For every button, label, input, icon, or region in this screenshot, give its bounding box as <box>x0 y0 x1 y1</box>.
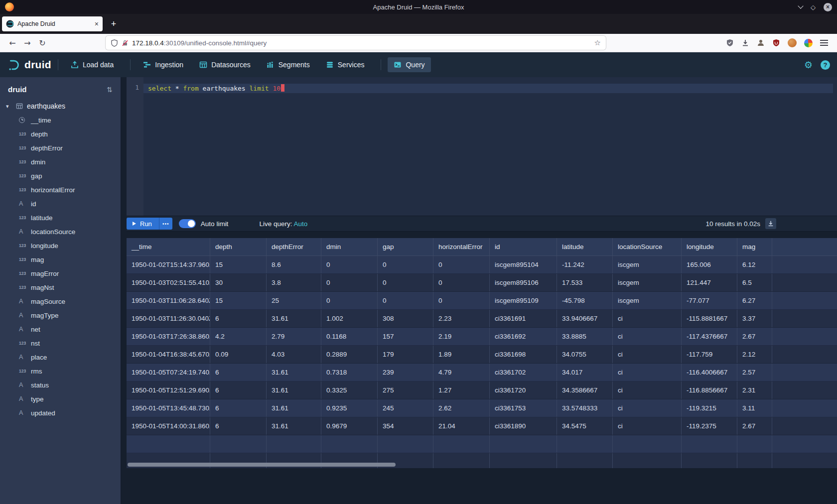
table-cell[interactable]: 0 <box>321 292 378 309</box>
column-item-gap[interactable]: 123 gap <box>0 169 121 183</box>
profile-avatar[interactable] <box>788 38 797 47</box>
table-cell[interactable]: 1.002 <box>321 310 378 327</box>
forward-button[interactable]: → <box>20 36 35 50</box>
table-cell[interactable]: 3.11 <box>737 399 772 417</box>
table-cell[interactable]: 3.8 <box>267 274 321 291</box>
table-cell[interactable]: 2.79 <box>267 328 321 345</box>
table-cell[interactable]: ci3361691 <box>490 310 557 327</box>
table-cell[interactable]: ci <box>613 364 682 381</box>
table-cell[interactable]: iscgem <box>613 292 682 309</box>
back-button[interactable]: ← <box>5 36 20 50</box>
table-cell[interactable]: 6 <box>210 310 267 327</box>
table-cell[interactable]: 157 <box>378 328 433 345</box>
table-cell[interactable]: 1950-01-03T11:06:28.640Z <box>127 292 210 309</box>
table-item-earthquakes[interactable]: ▾ earthquakes <box>0 99 121 113</box>
table-cell[interactable]: 0 <box>378 256 433 273</box>
table-cell[interactable]: -117.759 <box>682 346 737 363</box>
table-cell[interactable]: iscgem <box>613 274 682 291</box>
table-cell[interactable]: ci <box>613 310 682 327</box>
column-item-magError[interactable]: 123 magError <box>0 266 121 280</box>
browser-tab[interactable]: Apache Druid × <box>2 16 103 31</box>
table-cell[interactable]: 31.61 <box>267 310 321 327</box>
download-results-icon[interactable] <box>765 218 776 229</box>
table-cell[interactable]: 0.2889 <box>321 346 378 363</box>
insecure-lock-icon[interactable] <box>122 39 129 47</box>
close-window-button[interactable]: × <box>824 3 832 11</box>
table-cell[interactable]: 15 <box>210 256 267 273</box>
menu-icon[interactable] <box>820 40 828 41</box>
table-cell[interactable]: 2.57 <box>737 364 772 381</box>
table-cell[interactable]: 2.67 <box>737 417 772 435</box>
table-cell[interactable]: 0 <box>433 256 490 273</box>
table-cell[interactable]: 1950-01-05T12:51:29.690Z <box>127 381 210 399</box>
column-header-gap[interactable]: gap <box>378 238 433 255</box>
table-cell[interactable]: 6.12 <box>737 256 772 273</box>
column-item-depth[interactable]: 123 depth <box>0 127 121 141</box>
table-cell[interactable]: 2.19 <box>433 328 490 345</box>
table-cell[interactable]: 34.5475 <box>557 417 613 435</box>
table-cell[interactable]: iscgem895106 <box>490 274 557 291</box>
table-cell[interactable]: 1.27 <box>433 381 490 399</box>
table-cell[interactable]: -119.3215 <box>682 399 737 417</box>
table-cell[interactable]: 1950-01-04T16:38:45.670Z <box>127 346 210 363</box>
nav-item-services[interactable]: Services <box>320 57 371 72</box>
nav-item-ingestion[interactable]: Ingestion <box>137 57 189 72</box>
table-cell[interactable]: 33.5748333 <box>557 399 613 417</box>
reload-button[interactable]: ↻ <box>35 36 50 50</box>
run-more-button[interactable]: ••• <box>159 218 172 230</box>
table-cell[interactable]: 6 <box>210 381 267 399</box>
column-item-status[interactable]: A status <box>0 378 121 392</box>
table-cell[interactable]: 0.7318 <box>321 364 378 381</box>
table-row[interactable]: 1950-01-03T11:06:28.640Z1525000iscgem895… <box>127 292 837 310</box>
sort-columns-icon[interactable]: ⇅ <box>107 86 113 94</box>
table-row[interactable]: 1950-01-02T15:14:37.960Z158.6000iscgem89… <box>127 256 837 274</box>
table-cell[interactable]: 6.27 <box>737 292 772 309</box>
column-item-longitude[interactable]: 123 longitude <box>0 239 121 252</box>
column-item-dmin[interactable]: 123 dmin <box>0 155 121 169</box>
table-cell[interactable]: ci3361702 <box>490 364 557 381</box>
table-cell[interactable]: 6.5 <box>737 274 772 291</box>
table-row[interactable]: 1950-01-05T07:24:19.740Z631.610.73182394… <box>127 364 837 381</box>
table-cell[interactable]: -11.242 <box>557 256 613 273</box>
table-cell[interactable]: 0 <box>378 274 433 291</box>
column-item-net[interactable]: A net <box>0 322 121 336</box>
table-cell[interactable]: 31.61 <box>267 399 321 417</box>
table-cell[interactable]: ci <box>613 328 682 345</box>
column-header-depthError[interactable]: depthError <box>267 238 321 255</box>
nav-item-load-data[interactable]: Load data <box>65 57 120 72</box>
table-cell[interactable]: 354 <box>378 417 433 435</box>
column-header-locationSource[interactable]: locationSource <box>613 238 682 255</box>
maximize-button[interactable]: ◇ <box>811 3 816 11</box>
bookmark-star-icon[interactable]: ☆ <box>594 38 601 47</box>
table-cell[interactable]: -119.2375 <box>682 417 737 435</box>
table-cell[interactable]: 2.62 <box>433 399 490 417</box>
table-cell[interactable]: 0 <box>433 274 490 291</box>
table-row[interactable]: 1950-01-04T16:38:45.670Z0.094.030.288917… <box>127 346 837 364</box>
column-header-dmin[interactable]: dmin <box>321 238 378 255</box>
column-item-nst[interactable]: 123 nst <box>0 336 121 350</box>
table-cell[interactable]: 17.533 <box>557 274 613 291</box>
table-cell[interactable]: 1950-01-02T15:14:37.960Z <box>127 256 210 273</box>
table-cell[interactable]: ci <box>613 417 682 435</box>
auto-limit-toggle[interactable] <box>179 219 196 228</box>
table-cell[interactable]: ci3361692 <box>490 328 557 345</box>
table-cell[interactable]: 0 <box>321 274 378 291</box>
table-cell[interactable]: 34.0755 <box>557 346 613 363</box>
column-item-horizontalError[interactable]: 123 horizontalError <box>0 183 121 197</box>
table-cell[interactable]: 1950-01-05T14:00:31.860Z <box>127 417 210 435</box>
column-header-horizontalError[interactable]: horizontalError <box>433 238 490 255</box>
column-header-__time[interactable]: __time <box>127 238 210 255</box>
column-item-magSource[interactable]: A magSource <box>0 294 121 308</box>
column-item-locationSource[interactable]: A locationSource <box>0 225 121 239</box>
table-cell[interactable]: iscgem895104 <box>490 256 557 273</box>
table-cell[interactable]: ci <box>613 346 682 363</box>
table-cell[interactable]: 239 <box>378 364 433 381</box>
table-cell[interactable]: 0 <box>433 292 490 309</box>
table-cell[interactable]: ci3361890 <box>490 417 557 435</box>
table-cell[interactable]: 6 <box>210 417 267 435</box>
account-icon[interactable] <box>757 39 765 47</box>
table-cell[interactable]: 25 <box>267 292 321 309</box>
table-cell[interactable]: -117.4376667 <box>682 328 737 345</box>
table-cell[interactable]: 0.9235 <box>321 399 378 417</box>
column-item-rms[interactable]: 123 rms <box>0 364 121 378</box>
